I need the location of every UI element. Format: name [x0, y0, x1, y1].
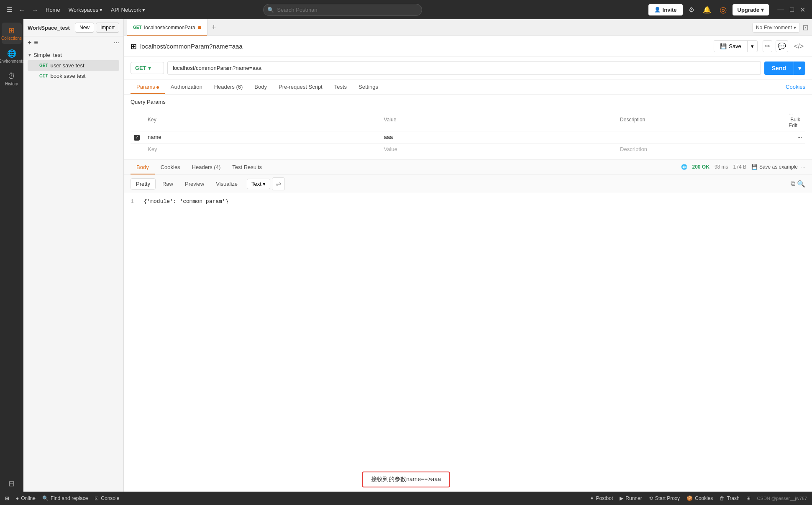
- forward-icon[interactable]: →: [30, 5, 40, 15]
- import-button[interactable]: Import: [96, 23, 119, 33]
- resp-tab-cookies[interactable]: Cookies: [155, 160, 186, 174]
- sidebar-item-collections[interactable]: ⊞ Collections: [2, 23, 22, 44]
- filter-icon[interactable]: ≡: [34, 39, 38, 46]
- grid-icon: ⊞: [746, 495, 751, 501]
- resp-tab-headers[interactable]: Headers (4): [186, 160, 227, 174]
- layout-icon[interactable]: ⊡: [802, 23, 809, 32]
- method-badge-get: GET: [39, 63, 48, 68]
- url-bar: GET ▾ Send ▾: [124, 57, 812, 79]
- bottom-layout-icon[interactable]: ⊞: [5, 495, 9, 501]
- edit-icon[interactable]: ✏: [763, 40, 772, 52]
- globe-icon: 🌐: [681, 164, 687, 170]
- new-tab-button[interactable]: +: [207, 23, 220, 32]
- send-dropdown-icon[interactable]: ▾: [794, 62, 805, 75]
- sidebar-panel: WorkSpace_test New Import + ≡ ··· ▼ Simp…: [23, 19, 124, 492]
- url-input[interactable]: [167, 61, 761, 75]
- tab-settings[interactable]: Settings: [353, 79, 384, 94]
- tab-tests[interactable]: Tests: [328, 79, 353, 94]
- tab-authorization[interactable]: Authorization: [165, 79, 208, 94]
- bottom-runner[interactable]: ▶ Runner: [620, 495, 642, 501]
- col-key: Key: [144, 108, 381, 131]
- more-options-icon[interactable]: ···: [114, 39, 119, 46]
- upgrade-button[interactable]: Upgrade ▾: [733, 4, 769, 15]
- tab-headers[interactable]: Headers (6): [208, 79, 249, 94]
- sidebar-item-environments[interactable]: 🌐 Environments: [2, 46, 22, 67]
- back-icon[interactable]: ←: [17, 5, 27, 15]
- tab-method: GET: [133, 25, 142, 30]
- workspaces-chevron-icon: ▾: [100, 7, 102, 13]
- param-checkbox[interactable]: [134, 135, 140, 141]
- bottom-find-replace[interactable]: 🔍 Find and replace: [42, 495, 88, 501]
- save-dropdown-button[interactable]: ▾: [747, 40, 758, 52]
- tab-pre-request[interactable]: Pre-request Script: [273, 79, 328, 94]
- sidebar-item-apps[interactable]: ⊟: [2, 476, 22, 492]
- param-value[interactable]: aaa: [381, 131, 617, 144]
- settings-icon[interactable]: ⚙: [686, 4, 697, 15]
- new-button[interactable]: New: [75, 23, 94, 33]
- bottom-grid[interactable]: ⊞: [746, 495, 751, 501]
- profile-icon[interactable]: ◎: [717, 3, 729, 16]
- response-format-bar: Pretty Raw Preview Visualize Text ▾ ⇌ ⧉ …: [124, 175, 812, 193]
- hamburger-icon[interactable]: ☰: [5, 4, 14, 15]
- send-button[interactable]: Send ▾: [764, 62, 805, 75]
- params-dot: [156, 86, 159, 89]
- collection-name[interactable]: ▼ Simple_test: [28, 50, 119, 60]
- titlebar-nav: ☰ ← → Home Workspaces ▾ API Network ▾: [5, 4, 148, 15]
- param-key[interactable]: name: [144, 131, 381, 144]
- search-input[interactable]: [263, 4, 422, 16]
- cookies-icon: 🍪: [686, 495, 693, 501]
- notification-icon[interactable]: 🔔: [700, 4, 714, 15]
- tab-body[interactable]: Body: [248, 79, 273, 94]
- bottom-online[interactable]: ● Online: [16, 495, 36, 501]
- table-row: name aaa ···: [131, 131, 805, 144]
- code-icon[interactable]: </>: [792, 41, 805, 52]
- save-example-button[interactable]: 💾 Save as example: [751, 164, 798, 170]
- fmt-tab-visualize[interactable]: Visualize: [211, 179, 243, 189]
- proxy-icon: ⟲: [649, 495, 653, 501]
- resp-tab-body[interactable]: Body: [131, 160, 155, 174]
- request-tabs: Params Authorization Headers (6) Body Pr…: [124, 79, 812, 95]
- close-button[interactable]: ✕: [798, 4, 807, 15]
- method-select[interactable]: GET ▾: [131, 62, 164, 74]
- line-number: 1: [131, 198, 134, 205]
- workspaces-menu[interactable]: Workspaces ▾: [66, 5, 105, 15]
- search-response-icon[interactable]: 🔍: [797, 180, 805, 188]
- resp-tab-test-results[interactable]: Test Results: [226, 160, 268, 174]
- copy-icon[interactable]: ⧉: [791, 180, 795, 187]
- fmt-tab-raw[interactable]: Raw: [157, 179, 178, 189]
- bulk-edit-button[interactable]: Bulk Edit: [789, 117, 800, 128]
- fmt-tab-preview[interactable]: Preview: [180, 179, 209, 189]
- response-more-icon[interactable]: ···: [801, 164, 805, 170]
- request-tab[interactable]: GET localhost/commonPara: [127, 19, 207, 36]
- more-icon[interactable]: ···: [789, 111, 793, 117]
- list-item-user-save[interactable]: GET user save test: [28, 60, 119, 71]
- comment-icon[interactable]: 💬: [776, 40, 788, 52]
- bottom-postbot[interactable]: ✦ Postbot: [590, 495, 613, 501]
- notification-popup: 接收到的参数name==>aaa: [362, 472, 450, 487]
- maximize-button[interactable]: □: [788, 4, 796, 15]
- api-network-menu[interactable]: API Network ▾: [108, 5, 148, 15]
- bottom-console[interactable]: ⊡ Console: [95, 495, 119, 501]
- bottom-trash[interactable]: 🗑 Trash: [720, 495, 739, 501]
- fmt-tab-pretty[interactable]: Pretty: [131, 178, 156, 190]
- invite-button[interactable]: Invite: [648, 4, 683, 15]
- save-main-button[interactable]: 💾 Save: [714, 40, 747, 52]
- bottom-start-proxy[interactable]: ⟲ Start Proxy: [649, 495, 680, 501]
- list-item-book-save[interactable]: GET book save test: [28, 71, 119, 81]
- sidebar-item-history[interactable]: ⏱ History: [2, 69, 22, 90]
- response-size: 174 B: [733, 164, 746, 170]
- home-link[interactable]: Home: [43, 5, 63, 15]
- row-more-icon[interactable]: ···: [797, 134, 802, 140]
- param-key-placeholder[interactable]: Key: [144, 143, 381, 155]
- text-format-select[interactable]: Text ▾: [247, 179, 270, 189]
- wrap-button[interactable]: ⇌: [272, 177, 285, 190]
- param-desc-placeholder[interactable]: Description: [617, 143, 785, 155]
- cookies-link[interactable]: Cookies: [786, 79, 805, 94]
- add-collection-icon[interactable]: +: [28, 39, 31, 46]
- tab-params[interactable]: Params: [131, 79, 165, 94]
- bottom-cookies[interactable]: 🍪 Cookies: [686, 495, 713, 501]
- minimize-button[interactable]: —: [776, 4, 786, 15]
- param-value-placeholder[interactable]: Value: [381, 143, 617, 155]
- param-desc[interactable]: [617, 131, 785, 144]
- env-selector[interactable]: No Environment ▾: [752, 23, 800, 33]
